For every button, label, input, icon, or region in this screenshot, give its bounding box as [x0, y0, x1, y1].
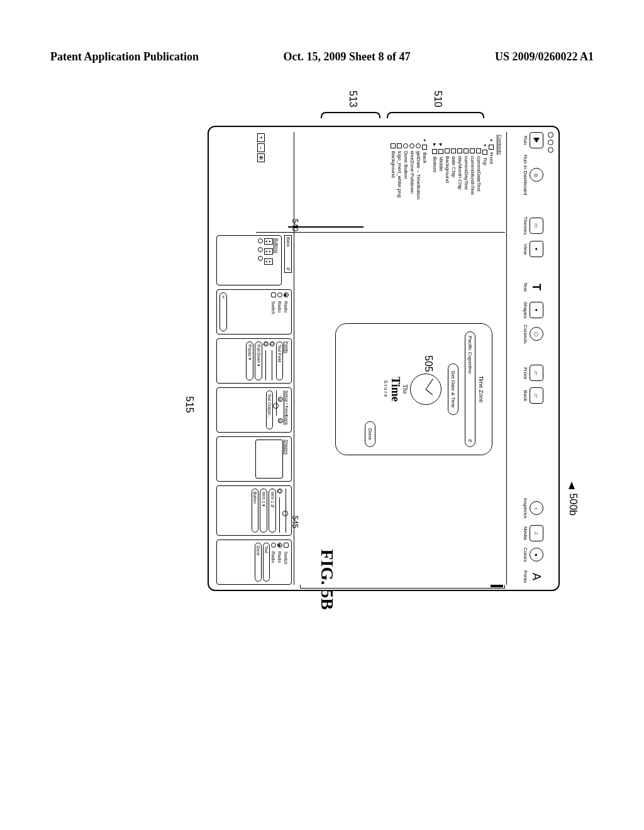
back-button[interactable]: ▱ Back: [523, 387, 543, 404]
shapes-tool[interactable]: ▾ Shapes: [523, 301, 543, 318]
search-icon: Q: [270, 341, 275, 346]
controls-assembled-pane: Q Item 1 ⇵ Item 1 ▾ Button: [216, 485, 292, 536]
themes-label: Themes: [523, 216, 528, 235]
stepper-icon: ▲▼: [264, 238, 273, 245]
text-tool[interactable]: T Text: [523, 279, 543, 295]
add-button[interactable]: +: [257, 133, 265, 142]
radio-sample-on[interactable]: ◉Radio: [277, 543, 282, 582]
radio-sample-off[interactable]: Radio: [271, 543, 276, 582]
tree-item[interactable]: dayMonth Chip: [457, 148, 463, 230]
slider-sample[interactable]: [284, 489, 286, 533]
controls-tool[interactable]: ⬡ Controls: [523, 325, 543, 344]
view-icon: ▾: [530, 241, 543, 257]
run-button[interactable]: Run: [523, 132, 543, 148]
remove-button[interactable]: –: [257, 143, 265, 152]
get-date-button[interactable]: Get Date & Time: [448, 363, 458, 414]
ref-545: 545: [291, 516, 299, 528]
progress-spinner-icon: ◎: [278, 418, 283, 423]
front-label: Front: [523, 367, 528, 379]
tree-middle[interactable]: Middle: [438, 143, 444, 230]
slider-sample[interactable]: [274, 390, 277, 416]
shapes-icon: ▾: [530, 302, 543, 318]
fonts-icon: A: [530, 568, 543, 585]
button-samples-row2[interactable]: [258, 238, 263, 282]
setup-feedback-pane: Setup / Feedback ◎ ◎ Text Output...: [216, 387, 292, 433]
ref-500b: 500b: [567, 493, 579, 516]
switch-sample[interactable]: Switch: [284, 543, 289, 582]
search-field-sample[interactable]: Q: [277, 489, 282, 533]
popup-sample[interactable]: Popup ▾: [246, 341, 253, 380]
text-sample[interactable]: Text: [263, 543, 270, 582]
figure-label: FIG. 5B: [317, 550, 337, 610]
tree-item[interactable]: currentDateText: [476, 148, 482, 230]
fields-label: Fields: [284, 341, 289, 380]
themes-icon: ▭: [530, 218, 543, 234]
buttons-pane: Buttons ▲▼ ▲▼ ▲▼: [216, 235, 282, 285]
tree-item[interactable]: Background: [391, 143, 396, 230]
tree-item[interactable]: date Chip: [451, 148, 457, 230]
run-label: Run: [523, 136, 528, 145]
tree-middle-label: Middle: [438, 157, 444, 172]
text-icon: T: [530, 279, 543, 295]
tree-item[interactable]: currentMonthText: [470, 148, 475, 230]
tree-top[interactable]: Top: [482, 143, 488, 230]
button-samples-row[interactable]: ▲▼ ▲▼ ▲▼: [264, 238, 273, 282]
popup-item-sample[interactable]: Item 1 ▾: [260, 489, 267, 533]
tree-back-label: Back: [422, 152, 428, 163]
tree-item[interactable]: getDate – TimeButton: [416, 143, 421, 230]
action-gear[interactable]: ✻: [257, 153, 265, 162]
search-field-sample[interactable]: Q: [270, 341, 275, 380]
time-zone-pulldown[interactable]: Pacific Cupertino ⇵: [465, 331, 475, 447]
ref-515: 515: [184, 396, 195, 413]
media-button[interactable]: ♫ Media: [523, 525, 543, 541]
shapes-pane: Shapes: [216, 436, 292, 482]
tree-front[interactable]: Front: [489, 138, 494, 230]
fonts-label: Fonts: [523, 570, 528, 583]
text-field-sample[interactable]: Text Field: [276, 341, 283, 380]
themes-button[interactable]: ▭ Themes: [523, 216, 543, 235]
view-button[interactable]: ▾ View: [523, 241, 543, 257]
tree-item[interactable]: logo_med_white.png: [397, 143, 402, 230]
done-sample[interactable]: Done: [255, 543, 262, 582]
tree-item[interactable]: currentDayText: [464, 148, 469, 230]
zoom-icon[interactable]: [548, 147, 553, 153]
inspector-label: Inspector: [523, 498, 528, 519]
done-button[interactable]: Done: [365, 421, 375, 447]
ref-540: 540: [291, 219, 299, 231]
switch-icon: [284, 543, 289, 548]
return-key-icon[interactable]: ↵: [219, 292, 227, 331]
colors-button[interactable]: ● Colors: [523, 548, 543, 562]
search-field-sample[interactable]: Q: [264, 341, 269, 380]
patent-pub-label: Patent Application Publication: [50, 50, 199, 64]
ref-505: 505: [423, 355, 434, 372]
switch-sample[interactable]: Switch: [271, 292, 276, 331]
tree-item[interactable]: Done Button: [403, 143, 409, 230]
window-traffic-lights: [548, 132, 553, 153]
run-dashboard-button[interactable]: ◎ Run in Dashboard: [523, 155, 543, 195]
radio-sample-off[interactable]: Radio: [277, 292, 282, 331]
front-icon: ▱: [530, 365, 543, 381]
back-label: Back: [523, 390, 528, 401]
colors-label: Colors: [523, 548, 528, 562]
popup-item-sample[interactable]: Item 1 ⇵: [269, 489, 276, 533]
front-button[interactable]: ▱ Front: [523, 365, 543, 381]
button-sample[interactable]: Button: [252, 489, 258, 533]
minimize-icon[interactable]: [548, 140, 553, 145]
controls-icon: ⬡: [530, 327, 543, 341]
search-icon: Q: [264, 341, 269, 346]
text-output-sample[interactable]: Text Output...: [266, 390, 273, 429]
run-dashboard-label: Run in Dashboard: [523, 155, 528, 195]
progress-samples[interactable]: ◎ ◎: [278, 390, 283, 429]
close-icon[interactable]: [548, 132, 553, 138]
tree-back[interactable]: Back: [422, 138, 428, 230]
tree-bottom-label: Bottom: [432, 157, 438, 172]
inspector-button[interactable]: i Inspector: [523, 498, 543, 519]
brace-513: [321, 112, 380, 118]
tree-bottom[interactable]: Bottom: [432, 143, 438, 230]
tree-item[interactable]: Background: [445, 148, 450, 230]
tree-item[interactable]: timeZone Pulldown: [409, 143, 415, 230]
pulldown-sample[interactable]: Pull Down ▾: [255, 341, 262, 380]
rect-shape-sample[interactable]: [255, 440, 283, 479]
tree-top-label: Top: [482, 157, 488, 165]
fonts-button[interactable]: A Fonts: [523, 568, 543, 585]
